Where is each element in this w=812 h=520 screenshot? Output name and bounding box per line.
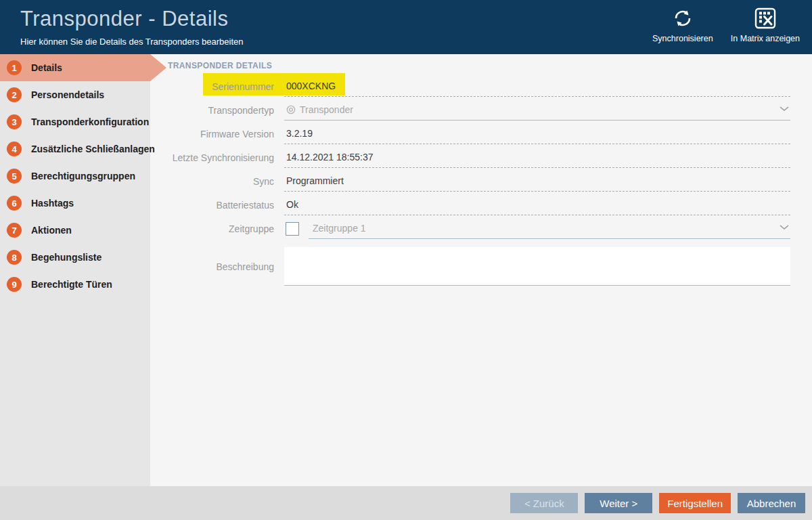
step-number-badge: 7 xyxy=(7,223,22,238)
field-value: 000XCKNG xyxy=(284,81,336,91)
field-value: Ok xyxy=(284,199,298,210)
step-number-badge: 5 xyxy=(7,169,22,183)
batteriestatus-field: Ok xyxy=(284,195,790,215)
page-title: Transponder - Details xyxy=(20,7,228,31)
step-number-badge: 9 xyxy=(7,277,22,292)
sidebar-item-berechtigungsgruppen[interactable]: 5 Berechtigungsgruppen xyxy=(0,162,150,190)
zeitgruppe-checkbox[interactable] xyxy=(286,222,299,236)
sidebar-item-label: Personendetails xyxy=(31,89,104,100)
transponder-type-icon xyxy=(286,105,296,114)
sidebar-item-details[interactable]: 1 Details xyxy=(0,54,150,81)
field-value: Transponder xyxy=(296,104,353,115)
field-value: Programmiert xyxy=(284,175,344,186)
synchronize-button[interactable]: Synchronisieren xyxy=(652,5,713,43)
step-number-badge: 3 xyxy=(7,114,22,129)
back-button[interactable]: < Zurück xyxy=(510,493,578,513)
next-button[interactable]: Weiter > xyxy=(585,493,652,513)
field-row-zeitgruppe: Zeitgruppe Zeitgruppe 1 xyxy=(150,217,812,240)
sidebar-item-hashtags[interactable]: 6 Hashtags xyxy=(0,190,150,217)
sidebar-item-label: Aktionen xyxy=(31,225,72,236)
sidebar-item-label: Details xyxy=(31,62,62,73)
section-title: TRANSPONDER DETAILS xyxy=(168,61,272,70)
finish-button[interactable]: Fertigstellen xyxy=(659,493,731,513)
sidebar-item-transponderkonfiguration[interactable]: 3 Transponderkonfiguration xyxy=(0,108,150,135)
page-subtitle: Hier können Sie die Details des Transpon… xyxy=(20,37,244,47)
sidebar-item-label: Berechtigungsgruppen xyxy=(31,171,135,181)
sidebar-item-aktionen[interactable]: 7 Aktionen xyxy=(0,217,150,244)
field-label: Letzte Synchronisierung xyxy=(150,152,274,163)
beschreibung-textarea[interactable] xyxy=(284,247,790,286)
sidebar-item-label: Berechtigte Türen xyxy=(31,279,112,290)
zeitgruppe-dropdown[interactable]: Zeitgruppe 1 xyxy=(309,219,790,239)
wizard-step-sidebar: 1 Details 2 Personendetails 3 Transponde… xyxy=(0,54,150,486)
field-row-firmware: Firmware Version 3.2.19 xyxy=(150,122,812,146)
transpondertyp-dropdown[interactable]: Transponder xyxy=(284,100,790,121)
field-row-batteriestatus: Batteriestatus Ok xyxy=(150,193,812,217)
step-number-badge: 1 xyxy=(7,60,22,75)
show-in-matrix-label: In Matrix anzeigen xyxy=(731,34,800,43)
transponder-details-form: Seriennummer 000XCKNG Transpondertyp Tra… xyxy=(150,74,812,286)
field-label: Seriennummer xyxy=(150,81,274,92)
sync-icon xyxy=(671,5,694,31)
sidebar-item-begehungsliste[interactable]: 8 Begehungsliste xyxy=(0,244,150,271)
firmware-field: 3.2.19 xyxy=(284,124,790,144)
field-label: Firmware Version xyxy=(150,129,274,139)
step-number-badge: 2 xyxy=(7,87,22,102)
field-label: Batteriestatus xyxy=(150,200,274,211)
sidebar-item-label: Zusätzliche Schließanlagen xyxy=(31,144,155,154)
details-form-panel: TRANSPONDER DETAILS Seriennummer 000XCKN… xyxy=(150,54,812,486)
sidebar-item-zusaetzliche-schliessanlagen[interactable]: 4 Zusätzliche Schließanlagen xyxy=(0,135,150,162)
zeitgruppe-wrap: Zeitgruppe 1 xyxy=(284,219,790,239)
cancel-button[interactable]: Abbrechen xyxy=(738,493,805,513)
field-row-letzte-synchronisierung: Letzte Synchronisierung 14.12.2021 18:55… xyxy=(150,146,812,169)
synchronize-label: Synchronisieren xyxy=(652,34,713,43)
field-row-seriennummer: Seriennummer 000XCKNG xyxy=(150,74,812,98)
seriennummer-field: 000XCKNG xyxy=(284,77,790,97)
step-number-badge: 6 xyxy=(7,196,22,211)
field-label: Beschreibung xyxy=(150,261,274,272)
matrix-icon xyxy=(754,5,777,31)
wizard-footer: < Zurück Weiter > Fertigstellen Abbreche… xyxy=(0,486,812,520)
field-label: Zeitgruppe xyxy=(150,223,274,234)
sidebar-item-label: Transponderkonfiguration xyxy=(31,116,149,127)
chevron-down-icon xyxy=(780,221,789,233)
sidebar-item-label: Hashtags xyxy=(31,198,74,209)
field-row-beschreibung: Beschreibung xyxy=(150,247,812,286)
step-number-badge: 4 xyxy=(7,142,22,156)
sidebar-item-personendetails[interactable]: 2 Personendetails xyxy=(0,81,150,108)
sidebar-item-label: Begehungsliste xyxy=(31,252,102,263)
window-header: Transponder - Details Hier können Sie di… xyxy=(0,0,812,54)
field-value: Zeitgruppe 1 xyxy=(309,223,366,234)
field-value: 14.12.2021 18:55:37 xyxy=(284,152,373,162)
field-row-sync: Sync Programmiert xyxy=(150,169,812,193)
field-row-transpondertyp: Transpondertyp Transponder xyxy=(150,98,812,122)
field-label: Sync xyxy=(150,176,274,187)
sidebar-item-berechtigte-tueren[interactable]: 9 Berechtigte Türen xyxy=(0,271,150,298)
chevron-down-icon xyxy=(780,102,789,114)
field-label: Transpondertyp xyxy=(150,105,274,116)
field-value: 3.2.19 xyxy=(284,128,313,139)
sync-field: Programmiert xyxy=(284,171,790,192)
show-in-matrix-button[interactable]: In Matrix anzeigen xyxy=(731,5,800,43)
header-actions: Synchronisieren In Matrix anzeigen xyxy=(652,5,800,43)
letzte-synchronisierung-field: 14.12.2021 18:55:37 xyxy=(284,148,790,168)
step-number-badge: 8 xyxy=(7,250,22,265)
